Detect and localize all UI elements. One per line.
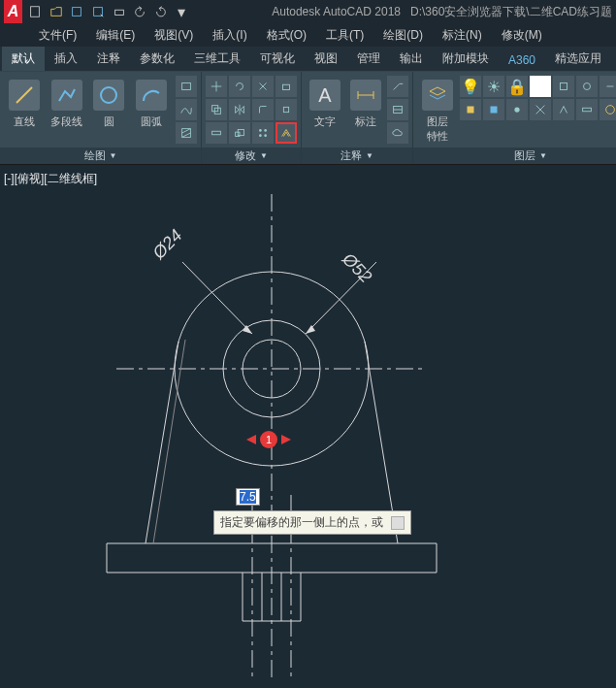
- dimension-button[interactable]: 标注: [346, 76, 385, 144]
- menu-edit[interactable]: 编辑(E): [86, 27, 145, 44]
- table-icon[interactable]: [387, 99, 408, 120]
- menu-modify[interactable]: 修改(M): [492, 27, 552, 44]
- copy-icon[interactable]: [206, 99, 227, 120]
- menu-format[interactable]: 格式(O): [257, 27, 316, 44]
- tab-addins[interactable]: 附加模块: [433, 47, 499, 71]
- menu-insert[interactable]: 插入(I): [203, 27, 256, 44]
- qat-undo-icon[interactable]: [131, 2, 148, 21]
- lock-icon[interactable]: 🔒: [506, 76, 528, 97]
- sun-icon[interactable]: ☀: [483, 76, 504, 97]
- tab-output[interactable]: 输出: [390, 47, 433, 71]
- step-badge: 1: [260, 431, 277, 448]
- svg-rect-14: [212, 131, 221, 135]
- tab-insert[interactable]: 插入: [45, 47, 87, 71]
- layer-tool-icon[interactable]: [600, 76, 616, 97]
- offset-icon[interactable]: [276, 122, 297, 144]
- hatch-icon[interactable]: [176, 122, 197, 144]
- lightbulb-icon[interactable]: 💡: [460, 76, 481, 97]
- viewport-label[interactable]: [-][俯视][二维线框]: [4, 171, 97, 187]
- layer-tool-icon[interactable]: [600, 99, 616, 120]
- svg-rect-28: [468, 107, 474, 114]
- tab-3d[interactable]: 三维工具: [184, 47, 250, 71]
- move-icon[interactable]: [206, 76, 227, 97]
- text-button[interactable]: A 文字: [306, 76, 344, 144]
- cloud-icon[interactable]: [387, 122, 408, 144]
- layer-tool-icon[interactable]: [460, 99, 481, 120]
- panel-annotate-title[interactable]: 注释▼: [302, 147, 412, 164]
- svg-point-20: [264, 134, 267, 137]
- spline-icon[interactable]: [176, 99, 197, 120]
- explode-icon[interactable]: [276, 99, 297, 120]
- array-icon[interactable]: [252, 122, 274, 144]
- line-button[interactable]: 直线: [4, 76, 45, 144]
- svg-rect-0: [31, 7, 40, 17]
- tooltip-options-icon[interactable]: [391, 516, 405, 530]
- svg-point-19: [259, 134, 262, 137]
- circle-icon: [93, 80, 124, 111]
- layer-tool-icon[interactable]: [576, 76, 598, 97]
- rotate-icon[interactable]: [229, 76, 250, 97]
- stretch-icon[interactable]: [206, 122, 227, 144]
- tab-view[interactable]: 视图: [305, 47, 347, 71]
- command-tooltip: 指定要偏移的那一侧上的点，或: [213, 510, 411, 535]
- app-logo[interactable]: A: [4, 0, 22, 23]
- erase-icon[interactable]: [276, 76, 297, 97]
- layer-tool-icon[interactable]: [576, 99, 598, 120]
- color-icon[interactable]: [530, 76, 551, 97]
- mirror-icon[interactable]: [229, 99, 250, 120]
- layer-props-button[interactable]: 图层 特性: [417, 76, 458, 144]
- qat-new-icon[interactable]: [26, 2, 44, 21]
- polyline-button[interactable]: 多段线: [47, 76, 87, 144]
- tab-featured[interactable]: 精选应用: [545, 47, 611, 71]
- menu-draw[interactable]: 绘图(D): [373, 27, 433, 44]
- tab-default[interactable]: 默认: [2, 47, 45, 71]
- panel-draw-title[interactable]: 绘图▼: [0, 147, 201, 164]
- leader-icon[interactable]: [387, 76, 408, 97]
- layer-tool-icon[interactable]: [506, 99, 528, 120]
- tab-manage[interactable]: 管理: [347, 47, 390, 71]
- menu-view[interactable]: 视图(V): [145, 27, 203, 44]
- tab-parametric[interactable]: 参数化: [130, 47, 184, 71]
- menu-file[interactable]: 文件(F): [29, 27, 86, 44]
- svg-rect-6: [182, 83, 191, 90]
- svg-point-17: [259, 129, 262, 132]
- svg-text:Ø52: Ø52: [338, 248, 375, 286]
- menu-dim[interactable]: 标注(N): [433, 27, 492, 44]
- qat-plot-icon[interactable]: [111, 2, 128, 21]
- qat-redo-icon[interactable]: [152, 2, 170, 21]
- layer-tool-icon[interactable]: [483, 99, 504, 120]
- panel-modify-title[interactable]: 修改▼: [202, 147, 301, 164]
- qat-save-icon[interactable]: [68, 2, 85, 21]
- svg-rect-29: [491, 107, 498, 114]
- viewport[interactable]: [-][俯视][二维线框]: [0, 165, 616, 688]
- scale-icon[interactable]: [229, 122, 250, 144]
- svg-point-32: [606, 106, 615, 115]
- cad-drawing: Ø24 Ø52: [0, 165, 616, 688]
- tab-visualize[interactable]: 可视化: [250, 47, 305, 71]
- tab-annotate[interactable]: 注释: [87, 47, 130, 71]
- trim-icon[interactable]: [252, 76, 274, 97]
- svg-line-51: [182, 262, 252, 334]
- rect-icon[interactable]: [176, 76, 197, 97]
- layer-tool-icon[interactable]: [553, 99, 574, 120]
- svg-rect-7: [182, 129, 191, 138]
- svg-point-18: [264, 129, 267, 132]
- svg-rect-3: [114, 10, 123, 15]
- tab-a360[interactable]: A360: [499, 49, 545, 71]
- arc-button[interactable]: 圆弧: [131, 76, 172, 144]
- svg-point-27: [584, 83, 591, 90]
- layer-tool-icon[interactable]: [553, 76, 574, 97]
- menubar: 文件(F) 编辑(E) 视图(V) 插入(I) 格式(O) 工具(T) 绘图(D…: [0, 23, 616, 47]
- panel-layers-title[interactable]: 图层▼: [413, 147, 616, 164]
- command-input[interactable]: 7.5: [236, 488, 260, 506]
- layer-tool-icon[interactable]: [530, 99, 551, 120]
- menu-tools[interactable]: 工具(T): [316, 27, 373, 44]
- qat-open-icon[interactable]: [48, 2, 65, 21]
- layer-props-icon: [422, 80, 453, 111]
- arrow-left-icon: [246, 435, 256, 444]
- circle-button[interactable]: 圆: [89, 76, 130, 144]
- qat-saveas-icon[interactable]: [89, 2, 107, 21]
- qat-dropdown-icon[interactable]: ▾: [174, 2, 191, 21]
- fillet-icon[interactable]: [252, 99, 274, 120]
- svg-line-55: [153, 340, 185, 543]
